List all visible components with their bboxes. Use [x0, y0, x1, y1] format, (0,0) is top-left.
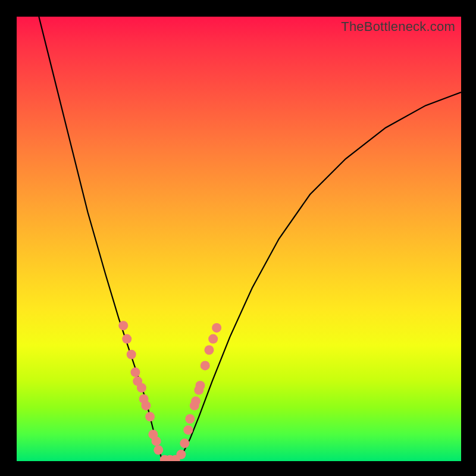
curve-svg — [17, 17, 461, 461]
marker-dot — [180, 439, 189, 448]
curve-group — [39, 17, 461, 461]
marker-group — [118, 321, 221, 461]
marker-dot — [118, 321, 128, 330]
marker-dot — [208, 334, 218, 344]
marker-dot — [127, 350, 136, 359]
marker-dot — [154, 445, 163, 455]
marker-dot — [183, 425, 193, 435]
marker-dot — [201, 361, 210, 370]
marker-dot — [204, 345, 214, 355]
marker-dot — [122, 334, 131, 344]
marker-dot — [141, 401, 151, 411]
marker-dot — [196, 381, 205, 390]
plot-area: TheBottleneck.com — [17, 17, 461, 461]
chart-frame: TheBottleneck.com — [0, 0, 476, 476]
marker-dot — [130, 368, 140, 377]
marker-dot — [145, 412, 155, 421]
marker-dot — [191, 396, 201, 406]
marker-dot — [185, 414, 195, 424]
marker-dot — [137, 383, 146, 393]
marker-dot — [212, 323, 221, 333]
marker-dot — [152, 436, 161, 446]
marker-dot — [176, 450, 186, 459]
curve-right — [177, 92, 461, 461]
